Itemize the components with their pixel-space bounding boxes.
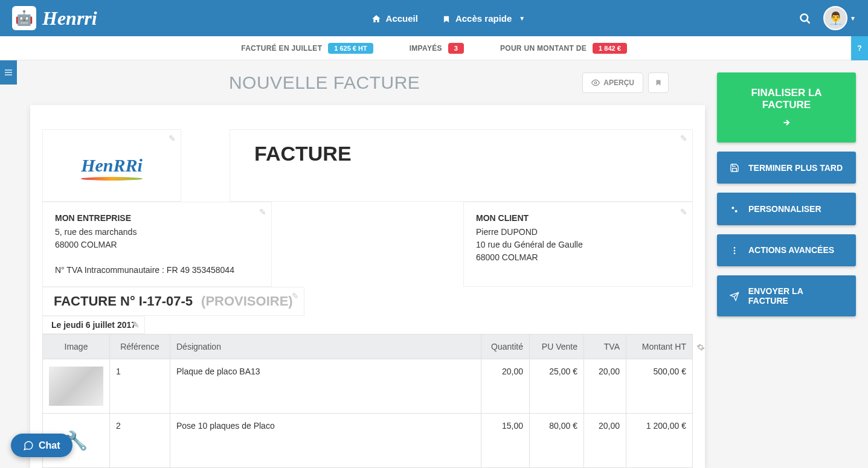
item-qty: 20,00 <box>481 359 530 414</box>
nav-quick-label: Accès rapide <box>455 13 512 24</box>
page-header: NOUVELLE FACTURE APERÇU <box>30 72 705 93</box>
pencil-icon[interactable]: ✎ <box>169 133 176 143</box>
finalize-label: FINALISER LA FACTURE <box>729 87 844 111</box>
chat-icon <box>23 440 34 451</box>
pencil-icon[interactable]: ✎ <box>292 291 299 301</box>
brand-text: Henrri <box>42 7 97 30</box>
client-city: 68000 COLMAR <box>476 251 680 264</box>
company-logo-box[interactable]: ✎ HenRRi <box>42 129 181 202</box>
company-logo: HenRRi <box>81 155 143 176</box>
stat-amount: POUR UN MONTANT DE 1 842 € <box>500 43 627 54</box>
client-name: Pierre DUPOND <box>476 226 680 239</box>
home-icon <box>371 13 381 24</box>
bookmark-icon <box>442 13 451 23</box>
cogs-icon <box>729 204 740 214</box>
col-quantity: Quantité <box>481 335 530 359</box>
eye-icon <box>591 79 600 88</box>
pencil-icon[interactable]: ✎ <box>680 206 687 219</box>
chevron-down-icon: ▼ <box>519 15 525 22</box>
send-invoice-button[interactable]: ENVOYER LA FACTURE <box>717 275 856 316</box>
invoice-status: (PROVISOIRE) <box>201 293 293 309</box>
invoice-date-box[interactable]: ✎ Le jeudi 6 juillet 2017 <box>42 316 145 334</box>
top-navbar: 🤖 Henrri Accueil Accès rapide ▼ 👨‍💼 ▼ <box>0 0 868 36</box>
items-table: Image Référence Désignation Quantité PU … <box>42 334 693 468</box>
advanced-actions-button[interactable]: ACTIONS AVANCÉES <box>717 234 856 266</box>
pencil-icon[interactable]: ✎ <box>132 320 140 330</box>
save-later-label: TERMINER PLUS TARD <box>748 163 843 173</box>
nav-home[interactable]: Accueil <box>371 13 418 24</box>
stats-bar: FACTURÉ EN JUILLET 1 625 € HT IMPAYÉS 3 … <box>0 36 868 60</box>
save-later-button[interactable]: TERMINER PLUS TARD <box>717 152 856 184</box>
company-city: 68000 COLMAR <box>55 239 259 251</box>
chat-label: Chat <box>39 440 60 451</box>
col-tva: TVA <box>584 335 626 359</box>
company-vat: N° TVA Intracommunautaire : FR 49 353458… <box>55 264 259 277</box>
customize-button[interactable]: PERSONNALISER <box>717 193 856 225</box>
document-title-box[interactable]: ✎ FACTURE <box>230 129 693 202</box>
robot-icon: 🤖 <box>12 6 36 30</box>
chat-button[interactable]: Chat <box>11 434 72 457</box>
col-unit-price: PU Vente <box>530 335 584 359</box>
col-total: Montant HT <box>626 335 693 359</box>
stat-billed-label: FACTURÉ EN JUILLET <box>241 44 322 53</box>
svg-point-9 <box>734 250 736 252</box>
item-pu: 80,00 € <box>530 414 584 468</box>
pencil-icon[interactable]: ✎ <box>259 206 266 219</box>
stat-unpaid-label: IMPAYÉS <box>410 44 442 53</box>
svg-line-1 <box>807 21 810 24</box>
item-designation: Plaque de placo BA13 <box>170 359 481 414</box>
col-reference: Référence <box>110 335 170 359</box>
user-menu[interactable]: 👨‍💼 ▼ <box>823 6 856 30</box>
item-designation: Pose 10 plaques de Placo <box>170 414 481 468</box>
finalize-button[interactable]: FINALISER LA FACTURE <box>717 72 856 143</box>
svg-point-10 <box>734 252 736 254</box>
svg-point-0 <box>801 14 808 22</box>
avatar: 👨‍💼 <box>823 6 847 30</box>
svg-point-5 <box>595 82 597 85</box>
invoice-number: FACTURE N° I-17-07-5 <box>54 293 193 309</box>
item-ref: 2 <box>110 414 170 468</box>
stat-amount-value: 1 842 € <box>593 43 627 54</box>
actions-sidebar: FINALISER LA FACTURE TERMINER PLUS TARD … <box>717 72 856 468</box>
item-total: 500,00 € <box>626 359 693 414</box>
client-title: MON CLIENT <box>476 212 680 225</box>
bookmark-button[interactable] <box>648 72 669 93</box>
customize-label: PERSONNALISER <box>748 204 821 214</box>
preview-button[interactable]: APERÇU <box>582 72 643 93</box>
stat-billed: FACTURÉ EN JUILLET 1 625 € HT <box>241 43 373 54</box>
arrow-right-icon <box>782 116 791 128</box>
svg-point-7 <box>735 210 738 212</box>
stat-amount-label: POUR UN MONTANT DE <box>500 44 587 53</box>
brand-area[interactable]: 🤖 Henrri <box>12 6 97 30</box>
chevron-down-icon: ▼ <box>850 15 856 22</box>
advanced-label: ACTIONS AVANCÉES <box>748 245 834 255</box>
table-row[interactable]: 🔧 2 Pose 10 plaques de Placo 15,00 80,00… <box>43 414 693 468</box>
stat-unpaid: IMPAYÉS 3 <box>410 43 464 54</box>
invoice-number-box[interactable]: ✎ FACTURE N° I-17-07-5 (PROVISOIRE) <box>42 287 304 316</box>
nav-quick-access[interactable]: Accès rapide ▼ <box>442 13 525 24</box>
menu-dots-icon <box>729 245 740 255</box>
preview-label: APERÇU <box>603 79 634 87</box>
table-row[interactable]: 1 Plaque de placo BA13 20,00 25,00 € 20,… <box>43 359 693 414</box>
help-button[interactable]: ? <box>851 36 868 60</box>
send-icon <box>729 290 740 301</box>
item-qty: 15,00 <box>481 414 530 468</box>
pencil-icon[interactable]: ✎ <box>680 133 687 143</box>
svg-point-6 <box>731 207 734 209</box>
col-designation: Désignation <box>170 335 481 359</box>
gear-icon[interactable] <box>696 341 705 352</box>
company-street: 5, rue des marchands <box>55 226 259 239</box>
client-address-box[interactable]: ✎ MON CLIENT Pierre DUPOND 10 rue du Gén… <box>463 202 693 287</box>
item-pu: 25,00 € <box>530 359 584 414</box>
item-image <box>49 367 103 406</box>
sidebar-toggle[interactable] <box>0 60 17 85</box>
company-address-box[interactable]: ✎ MON ENTREPRISE 5, rue des marchands 68… <box>42 202 272 287</box>
page-title: NOUVELLE FACTURE <box>66 72 582 93</box>
save-icon <box>729 162 740 173</box>
send-label: ENVOYER LA FACTURE <box>748 286 844 306</box>
document-type: FACTURE <box>254 142 668 165</box>
stat-billed-value: 1 625 € HT <box>328 43 373 54</box>
nav-home-label: Accueil <box>386 13 418 24</box>
search-icon[interactable] <box>799 11 811 25</box>
item-ref: 1 <box>110 359 170 414</box>
